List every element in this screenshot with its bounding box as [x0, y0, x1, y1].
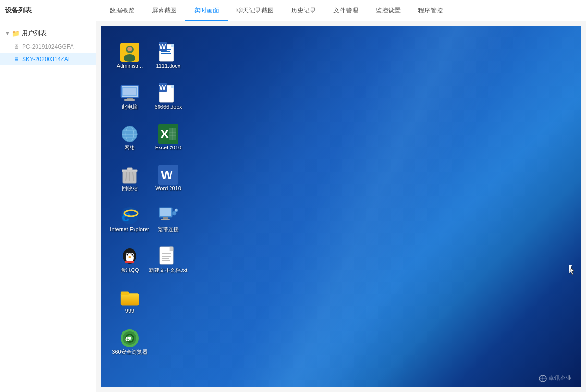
desktop-icon-qq[interactable]: 腾讯QQ	[110, 240, 149, 281]
nav-tabs: 数据概览 屏幕截图 实时画面 聊天记录截图 历史记录 文件管理 监控设置 程序管…	[101, 0, 581, 21]
desktop-icon-pc[interactable]: 此电脑	[110, 76, 149, 117]
tab-data-overview[interactable]: 数据概览	[101, 0, 143, 21]
svg-rect-8	[161, 51, 170, 52]
svg-rect-14	[127, 98, 133, 99]
pc-icon: 🖥	[13, 43, 19, 50]
monitor-icon: 🖥	[13, 56, 19, 62]
svg-rect-70	[121, 292, 129, 295]
excel-label: Excel 2010	[155, 144, 181, 151]
docx1-icon: W	[158, 42, 178, 62]
folder999-label: 999	[125, 307, 134, 314]
broadband-label: 宽带连接	[158, 226, 179, 233]
txt-icon-svg	[159, 246, 177, 267]
tab-monitor-settings[interactable]: 监控设置	[367, 0, 409, 21]
desktop-icon-folder999[interactable]: 999	[110, 281, 149, 321]
watermark: 卓讯企业	[539, 374, 572, 382]
sidebar-item-sky1[interactable]: 🖥 SKY-20200314ZAI	[0, 53, 96, 65]
svg-rect-6	[171, 44, 174, 47]
tab-history[interactable]: 历史记录	[282, 0, 325, 21]
svg-point-57	[127, 254, 128, 256]
ie-label: Internet Explorer	[110, 226, 149, 233]
word-icon: W	[158, 165, 178, 185]
folder-icon: 📁	[12, 30, 20, 37]
desktop-icon-broadband[interactable]: 宽带连接	[149, 199, 187, 240]
docx2-label: 66666.docx	[155, 103, 182, 110]
pc-icon-desktop	[120, 83, 140, 103]
sidebar-section-users: ▼ 📁 用户列表	[0, 26, 96, 40]
desktop-icon-recycle[interactable]: 回收站	[110, 158, 149, 199]
admin-label: Administr...	[117, 62, 143, 69]
pc-label: 此电脑	[122, 103, 138, 110]
desktop-icon-txt[interactable]: 新建文本文档.txt	[149, 240, 187, 281]
desktop-icon-excel[interactable]: X Excel 2010	[149, 117, 187, 158]
svg-rect-47	[160, 208, 171, 216]
network-icon-svg	[120, 125, 140, 143]
svg-rect-17	[123, 88, 136, 95]
svg-rect-63	[170, 247, 173, 251]
remote-desktop[interactable]: Administr...	[101, 26, 581, 387]
svg-point-58	[132, 254, 133, 256]
svg-rect-15	[124, 99, 135, 101]
docx1-label: 1111.docx	[156, 62, 181, 69]
arrow-icon: ▼	[5, 30, 10, 36]
word-label: Word 2010	[155, 185, 181, 192]
txt-icon	[158, 246, 178, 267]
desktop-icon-360[interactable]: e 360安全浏览器	[110, 321, 149, 362]
folder999-icon	[120, 287, 140, 307]
desktop-icon-ie[interactable]: e Internet Explorer	[110, 199, 149, 240]
icon-row-8: e 360安全浏览器	[110, 321, 187, 362]
qq-label: 腾讯QQ	[120, 267, 139, 273]
qq-icon-svg	[120, 246, 140, 267]
word-icon-svg: W	[158, 165, 178, 185]
docx1-icon-svg: W	[159, 42, 178, 62]
icon-row-2: 此电脑 W 66666.doc	[110, 76, 187, 117]
svg-rect-9	[161, 53, 171, 54]
icon-row-7: 999	[110, 281, 187, 321]
recycle-icon	[120, 165, 140, 185]
tab-file-mgmt[interactable]: 文件管理	[325, 0, 367, 21]
360-icon-svg: e	[120, 328, 140, 348]
tab-screenshot[interactable]: 屏幕截图	[143, 0, 185, 21]
broadband-icon-svg	[158, 207, 178, 225]
sidebar-item-pc1[interactable]: 🖥 PC-20191024GGFA	[0, 40, 96, 53]
docx2-icon-svg: W	[159, 83, 178, 103]
cursor-svg	[569, 265, 576, 276]
admin-icon-svg	[120, 43, 139, 62]
svg-rect-49	[161, 219, 170, 220]
broadband-icon	[158, 206, 178, 226]
tab-program-ctrl[interactable]: 程序管控	[409, 0, 452, 21]
svg-point-2	[124, 54, 135, 62]
desktop-icon-admin[interactable]: Administr...	[110, 36, 149, 76]
header: 设备列表 数据概览 屏幕截图 实时画面 聊天记录截图 历史记录 文件管理 监控设…	[0, 0, 586, 21]
mouse-cursor	[569, 265, 576, 277]
svg-rect-37	[127, 168, 132, 171]
tab-chat-screenshot[interactable]: 聊天记录截图	[228, 0, 282, 21]
folder999-icon-svg	[120, 288, 140, 306]
ie-icon: e	[120, 206, 140, 226]
svg-point-59	[128, 256, 131, 258]
svg-text:W: W	[161, 168, 173, 182]
icon-row-5: e Internet Explorer	[110, 199, 187, 240]
svg-text:W: W	[159, 84, 166, 91]
tab-realtime[interactable]: 实时画面	[185, 0, 228, 21]
user-list-label: 用户列表	[22, 29, 47, 37]
svg-text:X: X	[160, 127, 169, 141]
sidebar: ▼ 📁 用户列表 🖥 PC-20191024GGFA 🖥 SKY-2020031…	[0, 21, 96, 392]
watermark-icon	[539, 375, 547, 382]
device-label-pc1: PC-20191024GGFA	[22, 43, 73, 50]
desktop-icon-network[interactable]: 网络	[110, 117, 149, 158]
desktop-icons-container: Administr...	[110, 36, 187, 362]
svg-rect-48	[163, 217, 168, 219]
admin-icon	[120, 42, 140, 62]
desktop-icon-word[interactable]: W Word 2010	[149, 158, 187, 199]
360-icon: e	[120, 328, 140, 348]
360-label: 360安全浏览器	[112, 348, 147, 355]
icon-row-1: Administr...	[110, 36, 187, 76]
main-layout: ▼ 📁 用户列表 🖥 PC-20191024GGFA 🖥 SKY-2020031…	[0, 21, 586, 392]
device-label-sky1: SKY-20200314ZAI	[22, 56, 70, 62]
qq-icon	[120, 246, 140, 267]
desktop-icon-docx1[interactable]: W 1111.docx	[149, 36, 187, 76]
recycle-icon-svg	[121, 165, 139, 185]
desktop-icon-docx2[interactable]: W 66666.docx	[149, 76, 187, 117]
content-area: Administr...	[96, 21, 586, 392]
